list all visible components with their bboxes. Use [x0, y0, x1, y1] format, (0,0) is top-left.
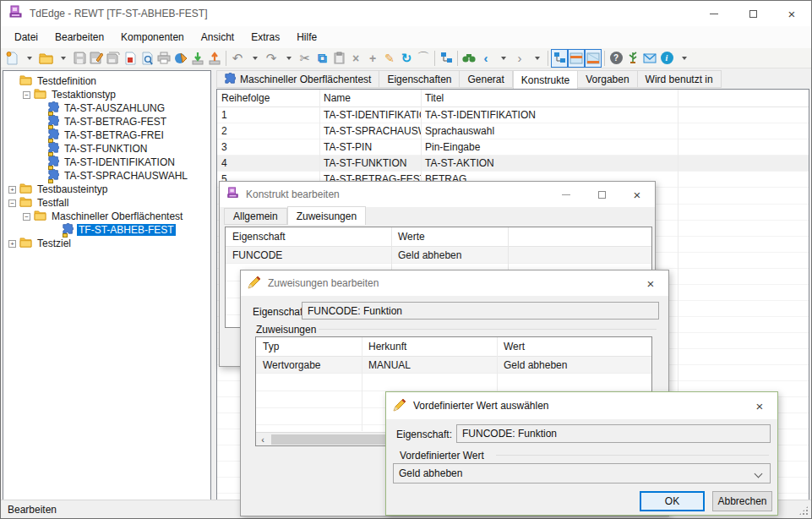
column-header[interactable]: Typ — [256, 341, 362, 352]
tree-item[interactable]: −Testaktionstyp — [3, 88, 210, 101]
page-preview-icon[interactable] — [139, 49, 155, 68]
close-button[interactable]: × — [742, 392, 777, 419]
maximize-button[interactable] — [584, 182, 619, 207]
table-row[interactable]: FUNCODE Geld abheben — [226, 247, 651, 264]
ok-button[interactable]: OK — [640, 491, 705, 511]
tree-item[interactable]: −Maschineller Oberflächentest — [3, 210, 210, 223]
tree-item[interactable]: +Testbausteintyp — [3, 183, 210, 196]
toolbar-overflow-dropdown[interactable] — [675, 49, 692, 68]
menu-hilfe[interactable]: Hilfe — [288, 28, 325, 46]
new-file-icon[interactable] — [3, 49, 20, 68]
navigate-back-dropdown[interactable] — [494, 49, 511, 68]
open-folder-icon[interactable] — [37, 49, 54, 68]
view-tree-toggle[interactable] — [551, 49, 568, 68]
open-folder-dropdown[interactable] — [54, 49, 71, 68]
vordefinierter-wert-combobox[interactable]: Geld abheben — [393, 463, 771, 483]
collapse-icon[interactable]: − — [8, 199, 16, 207]
close-button[interactable]: × — [619, 182, 655, 207]
tab-zuweisungen[interactable]: Zuweisungen — [287, 206, 366, 225]
upload-icon[interactable] — [206, 49, 223, 68]
expand-icon[interactable]: + — [8, 186, 16, 194]
new-file-dropdown[interactable] — [20, 49, 37, 68]
close-button[interactable]: × — [772, 1, 811, 26]
resize-grip-icon[interactable] — [798, 505, 809, 516]
tab-wird-benutzt-in[interactable]: Wird benutzt in — [638, 70, 722, 88]
tree-view-icon[interactable] — [438, 49, 455, 68]
column-header[interactable]: Name — [319, 92, 421, 104]
column-header[interactable]: Eigenschaft — [226, 231, 391, 243]
menu-datei[interactable]: Datei — [6, 28, 46, 46]
help-icon[interactable]: ? — [608, 49, 624, 68]
delete-page-icon[interactable] — [122, 49, 139, 68]
delete-icon[interactable]: × — [347, 49, 364, 68]
navigate-forward-dropdown[interactable] — [528, 49, 545, 68]
collapse-icon[interactable]: − — [23, 213, 30, 221]
maximize-button[interactable] — [733, 1, 772, 26]
minimize-button[interactable] — [695, 1, 733, 26]
save-as-icon[interactable] — [88, 49, 105, 68]
redo-dropdown[interactable] — [280, 49, 297, 68]
scroll-left-icon[interactable]: ‹ — [256, 433, 270, 446]
view-split-toggle[interactable] — [568, 49, 585, 68]
dialog-titlebar[interactable]: Vordefinierter Wert auswählen × — [386, 392, 777, 419]
minimize-button[interactable] — [548, 182, 584, 207]
table-row-highlighted[interactable]: 4 TA-ST-FUNKTION TA-ST-AKTION — [217, 156, 809, 172]
tab-vorgaben[interactable]: Vorgaben — [578, 70, 637, 88]
menu-extras[interactable]: Extras — [243, 28, 288, 46]
tab-maschineller-oberflaechentest[interactable]: Maschineller Oberflächentest — [216, 70, 379, 88]
dialog-titlebar[interactable]: Zuweisungen bearbeiten × — [241, 270, 668, 296]
expand-icon[interactable]: + — [8, 240, 16, 248]
table-row[interactable]: 2 TA-ST-SPRACHAUSWAHL Sprachauswahl — [217, 123, 809, 139]
navigate-forward-icon[interactable]: › — [511, 49, 528, 68]
dialog-titlebar[interactable]: Konstrukt bearbeiten × — [220, 182, 655, 207]
tree-item[interactable]: +Testziel — [3, 237, 210, 250]
view-form-toggle[interactable] — [585, 49, 602, 68]
column-header[interactable]: Werte — [391, 231, 508, 243]
tab-eigenschaften[interactable]: Eigenschaften — [379, 70, 460, 88]
tree-item[interactable]: TA-ST-IDENTIFIKATION — [3, 156, 210, 169]
save-icon[interactable] — [71, 49, 88, 68]
tab-konstrukte[interactable]: Konstrukte — [513, 70, 578, 89]
tab-allgemein[interactable]: Allgemein — [224, 208, 287, 225]
cut-icon[interactable]: ✂ — [297, 49, 313, 68]
undo-icon[interactable]: ↶ — [229, 49, 246, 68]
tree-item-selected[interactable]: TF-ST-ABHEB-FEST — [3, 223, 210, 237]
undo-dropdown[interactable] — [246, 49, 263, 68]
menu-komponenten[interactable]: Komponenten — [112, 28, 193, 46]
abbrechen-button[interactable]: Abbrechen — [712, 491, 772, 511]
tree-item[interactable]: −Testfall — [3, 196, 210, 210]
tree-item[interactable]: TA-ST-FUNKTION — [3, 142, 210, 156]
tree-item[interactable]: TA-ST-BETRAG-FEST — [3, 115, 210, 128]
table-row[interactable]: 3 TA-ST-PIN Pin-Eingabe — [217, 139, 809, 156]
add-icon[interactable]: + — [364, 49, 381, 68]
save-all-icon[interactable] — [105, 49, 122, 68]
tree-item[interactable]: TA-ST-AUSZAHLUNG — [3, 101, 210, 115]
close-button[interactable]: × — [633, 270, 668, 296]
table-row[interactable]: 1 TA-ST-IDENTIFIKATION TA-ST-IDENTIFIKAT… — [217, 107, 809, 123]
refresh-icon[interactable]: ↻ — [398, 49, 415, 68]
mail-icon[interactable] — [641, 49, 658, 68]
column-header[interactable]: Titel — [421, 92, 678, 104]
configuration-tree-icon[interactable] — [624, 49, 641, 68]
tree-item[interactable]: Testdefinition — [3, 74, 210, 88]
column-header[interactable]: Herkunft — [362, 341, 497, 352]
redo-icon[interactable]: ↷ — [263, 49, 280, 68]
column-header[interactable]: Reihefolge — [217, 92, 319, 104]
import-icon[interactable] — [189, 49, 206, 68]
find-binoculars-icon[interactable] — [460, 49, 477, 68]
tab-generat[interactable]: Generat — [460, 70, 512, 88]
tree-item[interactable]: TA-ST-BETRAG-FREI — [3, 128, 210, 142]
menu-ansicht[interactable]: Ansicht — [193, 28, 243, 46]
info-icon[interactable]: i — [658, 49, 675, 68]
collapse-icon[interactable]: − — [23, 91, 30, 99]
tree-item[interactable]: TA-ST-SPRACHAUSWAHL — [3, 169, 210, 183]
edit-pencil-icon[interactable]: ✎ — [381, 49, 398, 68]
link-icon[interactable]: ⌒ — [415, 49, 432, 68]
export-icon[interactable] — [172, 49, 189, 68]
paste-icon[interactable] — [330, 49, 347, 68]
copy-icon[interactable]: ⧉ — [313, 49, 330, 68]
print-icon[interactable] — [155, 49, 172, 68]
column-header[interactable]: Wert — [497, 341, 632, 352]
eigenschaft-field[interactable]: FUNCODE: Funktion — [302, 302, 659, 320]
eigenschaft-field[interactable]: FUNCODE: Funktion — [456, 424, 771, 443]
